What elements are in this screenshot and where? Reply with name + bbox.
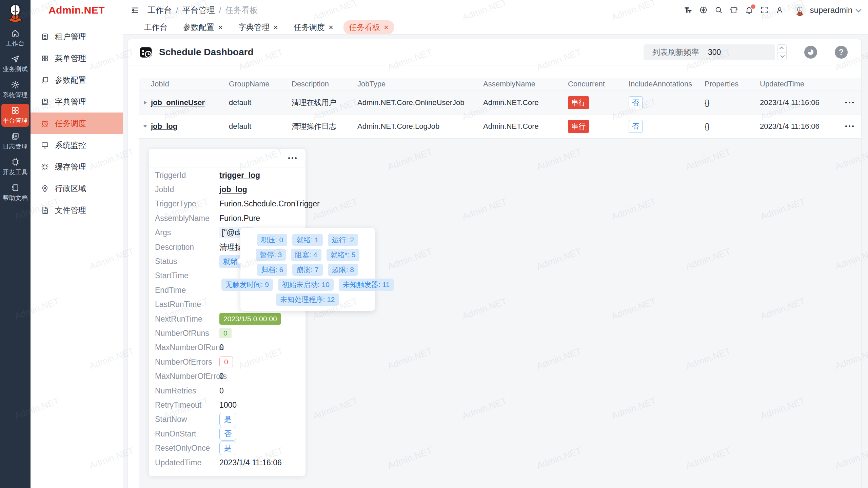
include-annotations-badge: 否 bbox=[629, 96, 643, 109]
expand-caret-icon[interactable] bbox=[139, 101, 151, 105]
rail-item-logs[interactable]: 日志管理 bbox=[1, 129, 29, 152]
card-header-actions: 列表刷新频率 300 bbox=[644, 44, 848, 60]
next-run-time-badge: 2023/1/5 0:00:00 bbox=[219, 313, 281, 325]
collapse-caret-icon[interactable] bbox=[139, 125, 151, 128]
menu-fold-icon bbox=[131, 6, 139, 15]
trigger-id-link[interactable]: trigger_log bbox=[219, 171, 260, 180]
tab-workbench[interactable]: 工作台 bbox=[139, 20, 173, 34]
refresh-rate-input[interactable]: 列表刷新频率 300 bbox=[644, 44, 775, 60]
status-legend-badge: 无触发时间: 9 bbox=[221, 279, 273, 291]
status-legend-badge: 归档: 6 bbox=[257, 264, 287, 276]
monitor-icon bbox=[41, 141, 49, 149]
tab-params[interactable]: 参数配置 × bbox=[178, 20, 228, 34]
sidebar-item-dictionary[interactable]: 字典管理 bbox=[31, 91, 123, 113]
tab-close-icon[interactable]: × bbox=[384, 23, 389, 32]
profile-button[interactable] bbox=[775, 6, 784, 15]
chevron-down-icon[interactable] bbox=[856, 6, 862, 12]
fullscreen-button[interactable] bbox=[760, 6, 769, 15]
notification-dot bbox=[751, 4, 755, 9]
detail-row: RunOnStart否 bbox=[149, 427, 305, 441]
username[interactable]: superadmin bbox=[810, 5, 852, 15]
font-size-button[interactable] bbox=[684, 6, 693, 15]
rail-item-label: 开发工具 bbox=[3, 168, 28, 176]
table-row-job-log[interactable]: job_log default 清理操作日志 Admin.NET.Core.Lo… bbox=[139, 115, 861, 138]
sidebar-item-menu[interactable]: 菜单管理 bbox=[31, 47, 123, 69]
rail-item-label: 工作台 bbox=[6, 39, 25, 47]
sidebar-item-params[interactable]: 参数配置 bbox=[31, 69, 123, 91]
rail-item-label: 系统管理 bbox=[3, 91, 28, 99]
table-row-job-onlineUser[interactable]: job_onlineUser default 清理在线用户 Admin.NET.… bbox=[139, 91, 861, 115]
brand-wordmark[interactable]: Admin.NET bbox=[31, 0, 123, 20]
sidebar-item-label: 租户管理 bbox=[55, 32, 86, 42]
tab-close-icon[interactable]: × bbox=[218, 23, 223, 32]
tab-label: 工作台 bbox=[144, 22, 167, 33]
row-actions-button[interactable] bbox=[845, 102, 861, 103]
sidebar-item-monitor[interactable]: 系统监控 bbox=[31, 134, 123, 156]
fullscreen-icon bbox=[760, 6, 769, 14]
job-id-link[interactable]: job_onlineUser bbox=[151, 98, 205, 107]
notebook-icon bbox=[11, 183, 20, 192]
language-button[interactable] bbox=[699, 6, 708, 15]
sidebar-item-cache[interactable]: 缓存管理 bbox=[31, 156, 123, 178]
tab-task-schedule[interactable]: 任务调度 × bbox=[288, 20, 339, 34]
status-legend-badge: 未知处理程序: 12 bbox=[276, 293, 339, 306]
sidebar-item-label: 系统监控 bbox=[55, 140, 86, 150]
refresh-rate-value: 300 bbox=[708, 48, 721, 57]
search-button[interactable] bbox=[714, 6, 723, 15]
breadcrumb-item[interactable]: 工作台 bbox=[147, 5, 172, 16]
cell-updated-time: 2023/1/4 11:16:06 bbox=[760, 98, 845, 107]
sidebar-item-label: 菜单管理 bbox=[55, 53, 86, 64]
status-legend-badge: 运行: 2 bbox=[328, 234, 358, 246]
reset-only-once-badge: 是 bbox=[219, 442, 236, 455]
job-id-link[interactable]: job_log bbox=[219, 185, 247, 194]
rail-item-label: 平台管理 bbox=[3, 117, 28, 125]
main-area: 工作台 / 平台管理 / 任务看板 bbox=[123, 0, 868, 488]
panel-actions-button[interactable] bbox=[288, 157, 297, 159]
sidebar-item-tenant[interactable]: 租户管理 bbox=[31, 26, 123, 47]
rail-item-devtools[interactable]: 开发工具 bbox=[1, 155, 29, 178]
tab-close-icon[interactable]: × bbox=[329, 23, 333, 32]
detail-row: StartNow是 bbox=[149, 412, 305, 427]
alarm-clock-icon bbox=[41, 119, 49, 128]
rail-item-biz-test[interactable]: 业务测试 bbox=[1, 52, 29, 75]
tab-close-icon[interactable]: × bbox=[273, 23, 278, 32]
detail-row: UpdatedTime2023/1/4 11:16:06 bbox=[149, 455, 305, 470]
notification-button[interactable] bbox=[745, 6, 754, 15]
sidebar-item-label: 参数配置 bbox=[55, 75, 86, 85]
popover-row: 归档: 6 崩溃: 7 超限: 8 bbox=[244, 264, 371, 276]
sidebar-item-region[interactable]: 行政区域 bbox=[31, 178, 123, 199]
detail-row: JobIdjob_log bbox=[149, 182, 305, 197]
rail-item-platform[interactable]: 平台管理 bbox=[1, 104, 29, 127]
status-legend-badge: 积压: 0 bbox=[257, 234, 287, 246]
user-avatar[interactable] bbox=[794, 4, 806, 16]
breadcrumb-item[interactable]: 平台管理 bbox=[182, 5, 215, 16]
rail-item-system[interactable]: 系统管理 bbox=[1, 78, 29, 101]
question-icon: ? bbox=[839, 48, 844, 57]
timer-button[interactable] bbox=[804, 46, 817, 59]
tab-task-dashboard[interactable]: 任务看板 × bbox=[343, 20, 394, 34]
brand-mascot-logo[interactable] bbox=[0, 0, 31, 25]
rail-item-workbench[interactable]: 工作台 bbox=[1, 26, 29, 49]
sidebar-fold-button[interactable] bbox=[129, 4, 141, 16]
detail-row: NumRetries0 bbox=[149, 384, 305, 398]
tenant-icon bbox=[41, 33, 49, 41]
concurrent-badge: 串行 bbox=[568, 96, 589, 109]
include-annotations-badge: 否 bbox=[629, 120, 643, 133]
number-of-runs-badge: 0 bbox=[219, 328, 232, 338]
stepper-down-button[interactable] bbox=[777, 52, 786, 60]
stepper-up-button[interactable] bbox=[777, 45, 786, 52]
panel-menu bbox=[149, 149, 305, 167]
expanded-row-area: TriggerIdtrigger_log JobIdjob_log Trigge… bbox=[139, 138, 861, 488]
status-legend-badge: 崩溃: 7 bbox=[292, 264, 322, 276]
theme-button[interactable] bbox=[730, 6, 738, 15]
status-legend-badge: 未知触发器: 11 bbox=[339, 279, 394, 291]
cell-group-name: default bbox=[229, 122, 292, 131]
job-id-link[interactable]: job_log bbox=[151, 122, 177, 130]
row-actions-button[interactable] bbox=[845, 125, 861, 127]
tab-dictionary[interactable]: 字典管理 × bbox=[233, 20, 283, 34]
sidebar-item-task-schedule[interactable]: 任务调度 bbox=[31, 113, 123, 134]
rail-item-help-docs[interactable]: 帮助文档 bbox=[1, 181, 29, 204]
help-button[interactable]: ? bbox=[835, 46, 848, 59]
sidebar-item-files[interactable]: 文件管理 bbox=[31, 199, 123, 221]
sidebar-menu: Admin.NET 租户管理 菜单管理 参数配置 字典管理 任务调度 bbox=[31, 0, 123, 488]
